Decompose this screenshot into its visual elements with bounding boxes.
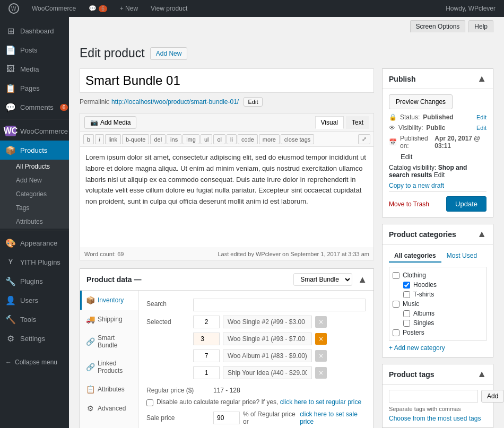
permalink-url[interactable]: http://localhost/woo/product/smart-bundl…: [111, 98, 239, 106]
sidebar-item-plugins[interactable]: 🔧 Plugins: [0, 272, 69, 291]
tags-toggle[interactable]: ▲: [477, 369, 486, 380]
bundle-item-qty-4[interactable]: [193, 366, 220, 379]
admin-bar-logo[interactable]: W: [5, 0, 22, 17]
toolbar-link[interactable]: link: [105, 134, 121, 144]
cat-singles-checkbox[interactable]: [403, 320, 410, 327]
tab-inventory[interactable]: 📦 Inventory: [80, 291, 138, 310]
published-edit-link[interactable]: Edit: [401, 153, 412, 161]
toolbar-code[interactable]: code: [238, 134, 258, 144]
cat-tshirts-checkbox[interactable]: [403, 291, 410, 298]
toolbar-del[interactable]: del: [150, 134, 166, 144]
admin-bar-comments[interactable]: 💬 6: [85, 0, 110, 17]
tab-advanced[interactable]: ⚙ Advanced: [80, 399, 138, 418]
sidebar-item-pages[interactable]: 📋 Pages: [0, 78, 69, 98]
admin-bar-new[interactable]: + New: [117, 0, 141, 17]
toolbar-li[interactable]: li: [227, 134, 237, 144]
publish-toggle[interactable]: ▲: [477, 73, 486, 84]
toolbar-img[interactable]: img: [183, 134, 199, 144]
sidebar-item-products[interactable]: 📦 Products: [0, 141, 69, 160]
add-media-button[interactable]: 📷 Add Media: [84, 116, 136, 129]
bundle-item-remove-2[interactable]: ×: [315, 333, 327, 345]
sidebar-item-appearance[interactable]: 🎨 Appearance: [0, 233, 69, 252]
categories-toggle[interactable]: ▲: [477, 229, 486, 240]
submenu-tags[interactable]: Tags: [0, 201, 69, 215]
tab-attributes[interactable]: 📋 Attributes: [80, 380, 138, 399]
product-data-toggle[interactable]: ▲: [358, 275, 367, 284]
auto-calc-link[interactable]: click here to set regular price: [280, 398, 361, 406]
sidebar-item-media[interactable]: 🖼 Media: [0, 59, 69, 78]
toolbar-bold[interactable]: b: [83, 134, 94, 144]
submenu-categories[interactable]: Categories: [0, 187, 69, 201]
cat-posters-checkbox[interactable]: [393, 329, 399, 336]
toolbar-bquote[interactable]: b-quote: [122, 134, 149, 144]
plugins-icon: 🔧: [5, 276, 16, 286]
bundle-item-remove-3[interactable]: ×: [315, 350, 327, 362]
bundle-item-qty-3[interactable]: [193, 350, 220, 362]
tags-input[interactable]: [389, 390, 478, 403]
sidebar-item-woocommerce[interactable]: WC WooCommerce: [0, 121, 69, 141]
sale-price-link[interactable]: click here to set sale price: [300, 410, 366, 425]
tab-linked-products[interactable]: 🔗 Linked Products: [80, 354, 138, 380]
toolbar-ins[interactable]: ins: [167, 134, 181, 144]
catalog-visibility-row: Catalog visibility: Shop and search resu…: [389, 164, 486, 179]
sidebar-item-users[interactable]: 👤 Users: [0, 291, 69, 310]
sidebar-item-tools[interactable]: 🔨 Tools: [0, 310, 69, 329]
sale-price-input[interactable]: [213, 412, 240, 424]
toolbar-italic[interactable]: i: [95, 134, 103, 144]
add-new-category-link[interactable]: + Add new category: [389, 344, 486, 352]
cat-hoodies-checkbox[interactable]: [403, 282, 410, 289]
visibility-edit-link[interactable]: Edit: [476, 125, 486, 131]
sidebar-item-posts[interactable]: 📄 Posts: [0, 40, 69, 59]
tab-shipping[interactable]: 🚚 Shipping: [80, 310, 138, 329]
toolbar-more[interactable]: more: [259, 134, 280, 144]
update-btn[interactable]: Update: [446, 196, 486, 212]
screen-options-btn[interactable]: Screen Options: [410, 20, 466, 32]
toolbar-close-tags[interactable]: close tags: [281, 134, 315, 144]
bundle-item-name-3[interactable]: [223, 350, 312, 362]
text-tab[interactable]: Text: [346, 116, 369, 129]
cat-singles-label: Singles: [413, 319, 434, 327]
submenu-add-new[interactable]: Add New: [0, 173, 69, 187]
sidebar-item-dashboard[interactable]: ⊞ Dashboard: [0, 21, 69, 40]
sidebar-item-settings[interactable]: ⚙ Settings: [0, 329, 69, 348]
bundle-item-name-1[interactable]: [223, 316, 312, 328]
cat-tab-most-used[interactable]: Most Used: [441, 250, 482, 263]
help-btn[interactable]: Help: [468, 20, 493, 32]
bundle-item-qty-1[interactable]: [193, 316, 220, 328]
collapse-menu-btn[interactable]: ← Collapse menu: [0, 353, 69, 371]
sidebar-item-comments[interactable]: 💬 Comments 6: [0, 98, 69, 117]
toolbar-expand[interactable]: ⤢: [358, 134, 370, 144]
visual-tab[interactable]: Visual: [315, 116, 344, 129]
submenu-all-products[interactable]: All Products: [0, 160, 69, 173]
bundle-item-name-2[interactable]: [223, 333, 312, 345]
tab-smart-bundle[interactable]: 🔗 Smart Bundle: [80, 329, 138, 354]
tags-popular-link[interactable]: Choose from the most used tags: [389, 415, 481, 422]
editor-body[interactable]: Lorem ipsum dolor sit amet, consectetur …: [80, 147, 373, 248]
sidebar-item-yith[interactable]: Y YITH Plugins: [0, 252, 69, 272]
bundle-search-input[interactable]: [193, 299, 366, 311]
edit-slug-button[interactable]: Edit: [244, 97, 263, 107]
bundle-item-remove-1[interactable]: ×: [315, 316, 327, 328]
bundle-item-name-4[interactable]: [223, 366, 312, 379]
cat-albums-checkbox[interactable]: [403, 310, 410, 317]
copy-draft-link[interactable]: Copy to a new draft: [389, 182, 486, 189]
product-title-input[interactable]: [80, 68, 374, 93]
product-type-select[interactable]: Smart Bundle: [293, 273, 352, 286]
auto-calc-checkbox[interactable]: [146, 399, 153, 406]
admin-bar-view-post[interactable]: View product: [147, 0, 190, 17]
submenu-attributes[interactable]: Attributes: [0, 215, 69, 229]
bundle-item-qty-2[interactable]: [193, 333, 220, 345]
add-new-button[interactable]: Add New: [150, 47, 188, 60]
tags-add-button[interactable]: Add: [481, 390, 504, 403]
status-edit-link[interactable]: Edit: [476, 114, 486, 120]
cat-clothing-checkbox[interactable]: [393, 272, 399, 279]
catalog-edit-link[interactable]: Edit: [434, 171, 445, 179]
toolbar-ul[interactable]: ul: [201, 134, 213, 144]
preview-changes-btn[interactable]: Preview Changes: [389, 94, 453, 109]
cat-tab-all[interactable]: All categories: [389, 250, 441, 263]
cat-music-checkbox[interactable]: [393, 301, 399, 308]
trash-link[interactable]: Move to Trash: [389, 200, 429, 208]
bundle-item-remove-4[interactable]: ×: [315, 367, 327, 379]
admin-bar-site[interactable]: WooCommerce: [29, 0, 79, 17]
toolbar-ol[interactable]: ol: [213, 134, 225, 144]
